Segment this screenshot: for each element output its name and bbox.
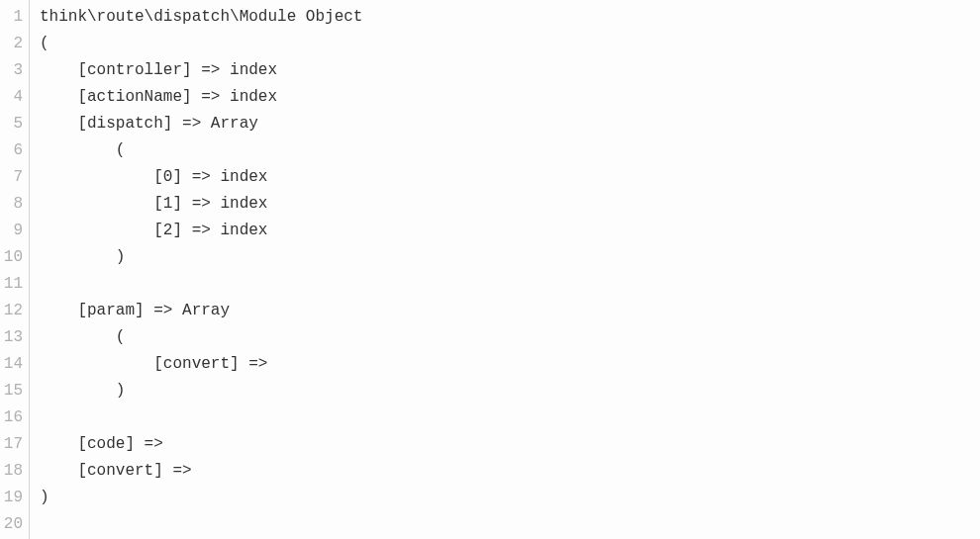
- line-number: 7: [0, 164, 23, 191]
- code-line: (: [40, 137, 980, 164]
- code-line: [1] => index: [40, 191, 980, 218]
- line-number: 16: [0, 404, 23, 431]
- code-line: [2] => index: [40, 218, 980, 244]
- code-line: [40, 511, 980, 538]
- line-number: 18: [0, 458, 23, 485]
- code-line: [convert] =>: [40, 351, 980, 378]
- code-line: (: [40, 324, 980, 351]
- line-number: 9: [0, 218, 23, 244]
- line-number: 20: [0, 511, 23, 538]
- line-number: 11: [0, 271, 23, 298]
- line-number: 14: [0, 351, 23, 378]
- code-line: [param] => Array: [40, 298, 980, 324]
- line-number: 5: [0, 111, 23, 137]
- code-line: [0] => index: [40, 164, 980, 191]
- line-number: 1: [0, 4, 23, 31]
- code-line: (: [40, 31, 980, 57]
- line-number: 17: [0, 431, 23, 458]
- code-line: [actionName] => index: [40, 84, 980, 111]
- line-number: 3: [0, 57, 23, 84]
- code-line: [40, 404, 980, 431]
- line-number: 10: [0, 244, 23, 271]
- line-number: 15: [0, 378, 23, 404]
- line-number: 2: [0, 31, 23, 57]
- line-number: 13: [0, 324, 23, 351]
- code-line: ): [40, 485, 980, 511]
- code-line: [convert] =>: [40, 458, 980, 485]
- line-number: 19: [0, 485, 23, 511]
- code-line: [dispatch] => Array: [40, 111, 980, 137]
- code-line: [40, 271, 980, 298]
- code-line: [controller] => index: [40, 57, 980, 84]
- code-content[interactable]: think\route\dispatch\Module Object( [con…: [30, 0, 980, 539]
- line-number: 8: [0, 191, 23, 218]
- line-number-gutter: 1234567891011121314151617181920: [0, 0, 30, 539]
- code-line: ): [40, 244, 980, 271]
- line-number: 4: [0, 84, 23, 111]
- line-number: 6: [0, 137, 23, 164]
- line-number: 12: [0, 298, 23, 324]
- code-line: ): [40, 378, 980, 404]
- code-line: [code] =>: [40, 431, 980, 458]
- code-line: think\route\dispatch\Module Object: [40, 4, 980, 31]
